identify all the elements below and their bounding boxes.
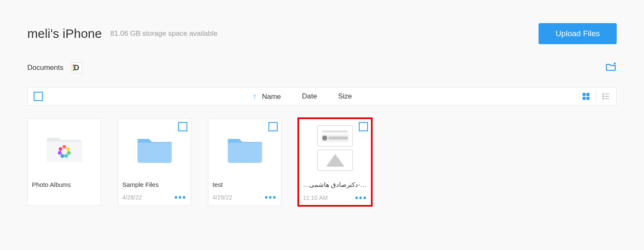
item-name: Photo Albums (28, 178, 100, 191)
toolbar: ↑ Name Date Size (27, 87, 617, 106)
svg-point-11 (62, 145, 66, 149)
file-item[interactable]: Photo Albums (27, 118, 101, 206)
item-checkbox[interactable] (178, 122, 187, 131)
sort-arrow-up-icon: ↑ (253, 92, 257, 101)
more-options-button[interactable]: ••• (265, 195, 277, 199)
grid-icon (581, 92, 591, 101)
sort-controls: ↑ Name Date Size (253, 92, 352, 101)
sort-size[interactable]: Size (338, 92, 352, 101)
item-date: 4/28/22 (122, 194, 142, 201)
item-thumbnail (28, 119, 100, 178)
item-name: …ژیم-دکترصادق هاشمی (299, 178, 371, 192)
document-thumbnail (317, 125, 353, 171)
svg-rect-5 (605, 94, 609, 95)
documents-app-icon: D (71, 62, 82, 73)
item-footer: 11:10 AM ••• (299, 192, 371, 205)
svg-rect-7 (605, 96, 609, 97)
svg-rect-9 (605, 98, 609, 99)
file-grid: Photo Albums Sample Files 4/28/22 ••• te… (27, 118, 617, 206)
file-item[interactable]: Sample Files 4/28/22 ••• (118, 118, 191, 206)
list-icon (601, 92, 610, 101)
header: meli's iPhone 81.06 GB storage space ava… (27, 0, 617, 61)
view-controls (581, 92, 610, 101)
file-item[interactable]: …ژیم-دکترصادق هاشمی 11:10 AM ••• (298, 118, 372, 206)
svg-rect-0 (583, 93, 586, 96)
sort-date[interactable]: Date (302, 92, 317, 101)
upload-files-button[interactable]: Upload Files (539, 23, 617, 44)
svg-point-12 (66, 147, 70, 151)
svg-rect-3 (586, 97, 589, 100)
item-date: 4/29/22 (213, 194, 232, 201)
svg-point-14 (64, 154, 68, 158)
item-checkbox[interactable] (359, 122, 368, 131)
svg-rect-6 (602, 96, 604, 97)
storage-info: 81.06 GB storage space available (110, 29, 217, 38)
item-name: Sample Files (118, 178, 191, 191)
more-options-button[interactable]: ••• (174, 195, 187, 199)
svg-rect-1 (586, 93, 589, 96)
file-item[interactable]: test 4/29/22 ••• (208, 118, 281, 206)
folder-icon (136, 133, 173, 164)
view-divider (596, 92, 596, 101)
breadcrumb[interactable]: Documents (27, 64, 63, 72)
svg-rect-8 (602, 98, 604, 100)
photo-folder-icon (45, 133, 83, 164)
grid-view-button[interactable] (581, 92, 591, 101)
list-view-button[interactable] (601, 92, 610, 101)
device-title: meli's iPhone (27, 27, 102, 41)
item-footer: 4/29/22 ••• (208, 191, 281, 205)
svg-point-15 (60, 154, 64, 158)
item-date: 11:10 AM (303, 194, 328, 201)
breadcrumb-row: Documents D (27, 61, 617, 74)
svg-rect-4 (602, 93, 604, 95)
new-folder-button[interactable] (605, 61, 617, 74)
more-options-button[interactable]: ••• (355, 196, 367, 200)
svg-rect-2 (583, 97, 586, 100)
folder-icon (226, 133, 264, 164)
select-all-checkbox[interactable] (34, 92, 43, 101)
new-folder-icon (605, 61, 617, 73)
svg-point-16 (58, 151, 61, 154)
item-name: test (208, 178, 281, 191)
svg-point-13 (67, 151, 71, 154)
svg-point-17 (58, 147, 62, 151)
sort-name[interactable]: ↑ Name (253, 92, 281, 101)
item-checkbox[interactable] (268, 122, 278, 131)
item-footer: 4/28/22 ••• (118, 191, 191, 205)
